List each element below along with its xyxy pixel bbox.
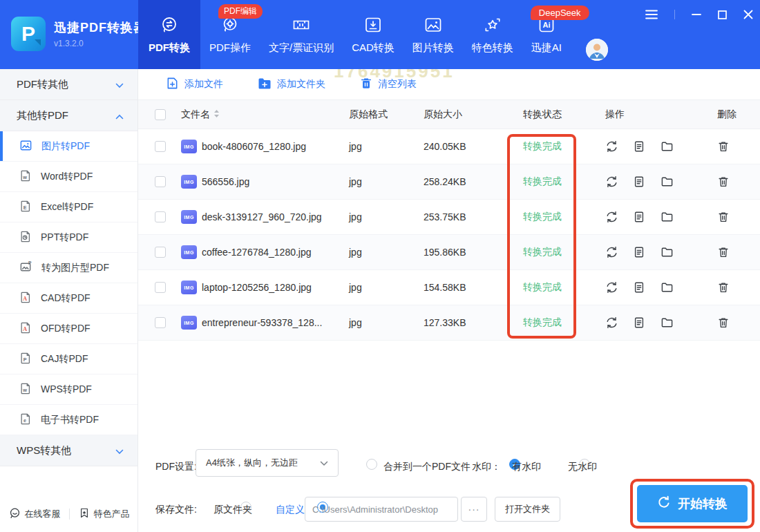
app-title: 迅捷PDF转换器 [54, 19, 146, 36]
column-file-name[interactable]: 文件名 [181, 108, 220, 121]
open-folder-icon[interactable] [661, 211, 674, 223]
image-p-icon: P [19, 260, 32, 276]
reconvert-icon[interactable] [605, 246, 618, 259]
footer-label: 特色产品 [94, 508, 130, 520]
sidebar-item-label: 图片转PDF [41, 140, 90, 153]
image-file-icon: IMG [181, 245, 197, 259]
conversion-status: 转换完成 [523, 316, 562, 329]
clear-list-button[interactable]: 清空列表 [360, 77, 417, 92]
row-checkbox[interactable] [155, 211, 166, 222]
sidebar-item-caj-to-pdf[interactable]: P CAJ转PDF [0, 344, 137, 374]
sidebar-item-label: 转为图片型PDF [41, 262, 109, 274]
add-folder-button[interactable]: 添加文件夹 [258, 77, 325, 92]
row-checkbox[interactable] [155, 247, 166, 258]
trash-icon [360, 77, 372, 92]
tab-ocr[interactable]: 文字/票证识别 [260, 0, 343, 69]
image-file-icon: IMG [181, 316, 197, 330]
app-logo: P 迅捷PDF转换器 v1.3.2.0 [11, 17, 146, 51]
tab-pdf-convert[interactable]: PDF转换 [138, 0, 200, 69]
tab-xunjie-ai[interactable]: DeepSeek Ai 迅捷AI [522, 0, 571, 69]
sidebar-item-cad-to-pdf[interactable]: A CAD转PDF [0, 283, 137, 314]
open-folder-icon[interactable] [661, 175, 674, 188]
tab-label: 图片转换 [412, 41, 454, 55]
file-format: jpg [349, 282, 362, 293]
add-file-button[interactable]: 添加文件 [166, 77, 223, 92]
delete-icon[interactable] [717, 140, 730, 153]
tab-special-convert[interactable]: 特色转换 [463, 0, 522, 69]
menu-icon[interactable] [645, 10, 658, 19]
sidebar-item-word-to-pdf[interactable]: w Word转PDF [0, 162, 137, 192]
merge-radio[interactable] [366, 459, 377, 470]
minimize-icon[interactable] [692, 10, 701, 19]
pdf-setting-select[interactable]: A4纸张，纵向，无边距 [196, 449, 339, 477]
open-folder-icon[interactable] [661, 281, 674, 294]
view-file-icon[interactable] [633, 246, 645, 259]
sidebar-item-ofd-to-pdf[interactable]: A OFD转PDF [0, 314, 137, 344]
save-path-input[interactable] [305, 504, 457, 515]
close-icon[interactable] [743, 10, 753, 19]
sidebar-item-wps-to-pdf[interactable]: w WPS转PDF [0, 374, 137, 405]
featured-products-link[interactable]: 特色产品 [79, 507, 130, 521]
chevron-down-icon [115, 445, 124, 457]
start-convert-button[interactable]: 开始转换 [637, 485, 748, 522]
row-checkbox[interactable] [155, 317, 166, 328]
view-file-icon[interactable] [633, 281, 645, 294]
table-row: IMG entrepreneur-593378_128... jpg 127.3… [138, 305, 760, 341]
reconvert-icon[interactable] [605, 316, 618, 330]
open-folder-icon[interactable] [661, 140, 674, 153]
sidebar-item-label: Excel转PDF [41, 201, 93, 213]
add-file-label: 添加文件 [184, 78, 223, 91]
sidebar-item-to-image-pdf[interactable]: P 转为图片型PDF [0, 253, 137, 283]
sidebar-group-pdf-to-other[interactable]: PDF转其他 [0, 69, 137, 100]
reconvert-icon[interactable] [605, 211, 618, 224]
delete-icon[interactable] [717, 175, 730, 189]
sidebar-item-ebook-to-pdf[interactable]: e 电子书转PDF [0, 405, 137, 435]
save-path-field [305, 497, 458, 522]
open-folder-icon[interactable] [661, 316, 674, 329]
view-file-icon[interactable] [633, 211, 645, 224]
delete-icon[interactable] [717, 211, 730, 224]
view-file-icon[interactable] [633, 316, 645, 330]
browse-button[interactable]: ··· [461, 497, 487, 522]
user-avatar[interactable] [586, 39, 608, 61]
delete-icon[interactable] [717, 316, 730, 330]
online-support-link[interactable]: 在线客服 [9, 507, 61, 521]
sidebar: PDF转其他 其他转PDF 图片转PDF w Word转PDF E Exce [0, 69, 138, 532]
tab-label: CAD转换 [352, 41, 395, 55]
row-checkbox[interactable] [155, 176, 166, 187]
tab-image-convert[interactable]: 图片转换 [403, 0, 463, 69]
sidebar-item-label: Word转PDF [41, 171, 93, 183]
tab-cad-convert[interactable]: CAD转换 [343, 0, 403, 69]
sidebar-group-wps-to-other[interactable]: WPS转其他 [0, 435, 137, 466]
column-size: 原始大小 [424, 108, 462, 121]
main-nav: PDF转换 PDF编辑 PDF操作 文字/票证识别 [138, 0, 571, 69]
tab-pdf-operate[interactable]: PDF编辑 PDF操作 [200, 0, 260, 69]
open-folder-icon[interactable] [661, 246, 674, 258]
excel-doc-icon: E [19, 200, 32, 215]
file-name: laptop-1205256_1280.jpg [202, 282, 312, 293]
table-row: IMG laptop-1205256_1280.jpg jpg 154.58KB… [138, 270, 760, 305]
maximize-icon[interactable] [718, 10, 727, 19]
view-file-icon[interactable] [633, 140, 645, 153]
row-checkbox[interactable] [155, 282, 166, 293]
add-folder-label: 添加文件夹 [277, 78, 325, 91]
reconvert-icon[interactable] [605, 281, 618, 294]
sidebar-group-other-to-pdf[interactable]: 其他转PDF [0, 100, 137, 131]
svg-text:Ai: Ai [542, 21, 550, 29]
pdf-setting-value: A4纸张，纵向，无边距 [206, 457, 298, 469]
sidebar-item-label: 电子书转PDF [41, 414, 99, 426]
column-operations: 操作 [605, 108, 625, 121]
sidebar-item-image-to-pdf[interactable]: 图片转PDF [0, 131, 137, 162]
delete-icon[interactable] [717, 246, 730, 259]
file-table: IMG book-4806076_1280.jpg jpg 240.05KB 转… [138, 129, 760, 341]
reconvert-icon[interactable] [605, 175, 618, 189]
open-folder-button[interactable]: 打开文件夹 [495, 497, 560, 522]
row-checkbox[interactable] [155, 141, 166, 152]
view-file-icon[interactable] [633, 175, 645, 189]
image-file-icon: IMG [181, 175, 197, 189]
reconvert-icon[interactable] [605, 140, 618, 153]
delete-icon[interactable] [717, 281, 730, 294]
sidebar-item-excel-to-pdf[interactable]: E Excel转PDF [0, 192, 137, 222]
sidebar-item-ppt-to-pdf[interactable]: PPT转PDF [0, 222, 137, 253]
select-all-checkbox[interactable] [155, 109, 166, 120]
